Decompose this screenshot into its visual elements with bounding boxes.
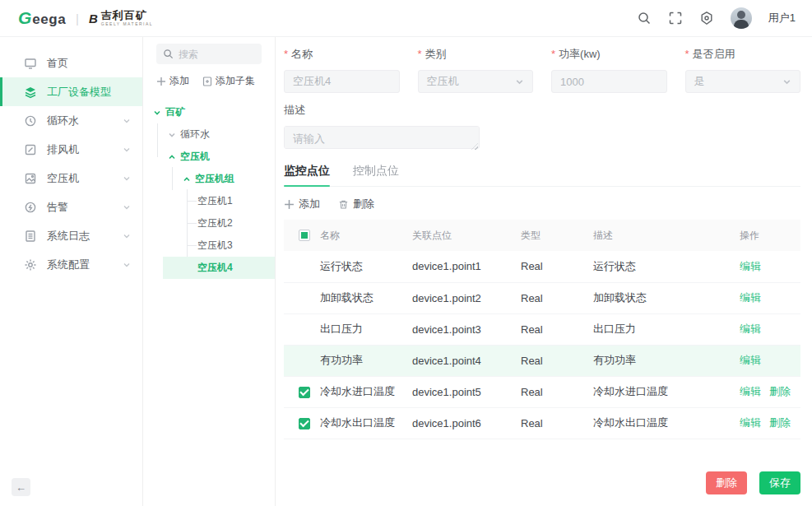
sidebar-item-label: 告警 [47, 200, 68, 215]
sidebar-item-air-compressor[interactable]: 空压机 [0, 164, 142, 193]
row-checkbox[interactable] [299, 387, 310, 398]
delete-link[interactable]: 删除 [769, 416, 791, 429]
sidebar-item-alarm[interactable]: 告警 [0, 193, 142, 221]
brand-subtitle: GEELY MATERIAL [101, 22, 153, 26]
points-table: 名称 关联点位 类型 描述 操作 运行状态 device1.point1 Rea… [284, 220, 800, 439]
table-delete-button[interactable]: 删除 [338, 197, 374, 211]
cell-desc: 冷却水进口温度 [592, 376, 738, 407]
tab-monitor-points[interactable]: 监控点位 [284, 164, 330, 186]
tree-node-circulating-water[interactable]: 循环水 [143, 123, 275, 146]
tree-node-air-compressor-group[interactable]: 空压机组 [143, 168, 275, 190]
select-all-checkbox[interactable] [299, 230, 310, 241]
description-field[interactable] [284, 126, 480, 149]
chevron-up-icon[interactable] [183, 175, 191, 183]
chevron-down-icon [123, 117, 131, 125]
sidebar-item-system-config[interactable]: 系统配置 [0, 250, 142, 279]
logo-divider: | [76, 12, 79, 26]
geega-logo-g: G [18, 8, 31, 28]
cell-name: 有功功率 [318, 345, 411, 376]
user-avatar[interactable] [731, 7, 752, 29]
name-field[interactable] [293, 76, 391, 88]
search-icon [163, 49, 174, 59]
sidebar-collapse-button[interactable]: ← [12, 478, 30, 496]
enabled-select[interactable]: 是 [685, 70, 801, 93]
cell-point: device1.point4 [411, 345, 519, 376]
chevron-up-icon[interactable] [168, 153, 176, 161]
file-plus-icon [202, 77, 212, 86]
row-checkbox[interactable] [299, 418, 310, 429]
sidebar-item-label: 工厂设备模型 [47, 85, 111, 100]
chevron-down-icon [515, 77, 524, 86]
brand-name: 吉利百矿 [101, 10, 153, 21]
table-row: 冷却水进口温度 device1.point5 Real 冷却水进口温度 编辑删除 [284, 376, 800, 407]
tree-node-compressor-1[interactable]: 空压机1 [143, 190, 275, 212]
tree-node-air-compressor[interactable]: 空压机 [143, 146, 275, 168]
tree-add-button[interactable]: 添加 [156, 74, 189, 88]
cell-type: Real [519, 407, 592, 439]
tree-node-compressor-4[interactable]: 空压机4 [163, 257, 275, 279]
exhaust-fan-icon [24, 143, 37, 156]
model-layers-icon [24, 86, 37, 99]
category-select[interactable]: 空压机 [418, 70, 534, 93]
cell-type: Real [519, 282, 592, 313]
edit-link[interactable]: 编辑 [740, 291, 761, 304]
tree-node-compressor-2[interactable]: 空压机2 [143, 212, 275, 234]
alarm-icon [24, 201, 37, 214]
column-header: 名称 [318, 220, 411, 251]
settings-icon[interactable] [699, 11, 714, 26]
delete-link[interactable]: 删除 [769, 385, 791, 397]
edit-link[interactable]: 编辑 [740, 354, 761, 366]
chevron-down-icon[interactable] [153, 109, 161, 117]
edit-link[interactable]: 编辑 [740, 416, 761, 429]
form-field-power: *功率(kw) [551, 47, 667, 93]
collapse-arrow-icon: ← [16, 481, 26, 494]
tree-node-compressor-3[interactable]: 空压机3 [143, 234, 275, 257]
plus-icon [156, 77, 166, 86]
table-row: 出口压力 device1.point3 Real 出口压力 编辑 [284, 313, 800, 345]
app-header: Geega | B 吉利百矿 GEELY MATERIAL 用户1 [0, 0, 812, 37]
table-row: 有功功率 device1.point4 Real 有功功率 编辑 [284, 345, 800, 376]
delete-button[interactable]: 删除 [706, 471, 747, 494]
sidebar-item-exhaust-fan[interactable]: 排风机 [0, 135, 142, 164]
sidebar-item-label: 首页 [47, 56, 68, 71]
tree-node-baikuang[interactable]: 百矿 [143, 101, 275, 123]
cell-desc: 冷却水出口温度 [592, 407, 738, 439]
tree-search-input[interactable] [179, 49, 255, 60]
tree-add-subset-button[interactable]: 添加子集 [202, 74, 255, 88]
cell-desc: 出口压力 [592, 313, 738, 345]
field-label: 是否启用 [693, 48, 735, 60]
sidebar-item-label: 排风机 [47, 142, 79, 157]
cell-point: device1.point3 [411, 313, 519, 345]
save-button[interactable]: 保存 [759, 471, 800, 494]
chevron-down-icon [123, 174, 131, 183]
sidebar-item-system-log[interactable]: 系统日志 [0, 221, 142, 250]
sidebar-item-home[interactable]: 首页 [0, 49, 142, 77]
home-icon [24, 57, 37, 70]
column-header: 关联点位 [411, 220, 519, 251]
edit-link[interactable]: 编辑 [740, 385, 761, 397]
power-field[interactable] [560, 76, 658, 88]
chevron-down-icon[interactable] [168, 131, 176, 139]
sidebar-item-circulating-water[interactable]: 循环水 [0, 106, 142, 135]
form-field-enabled: *是否启用 是 [685, 47, 801, 93]
points-tabs: 监控点位 控制点位 [284, 164, 800, 187]
table-add-button[interactable]: 添加 [284, 197, 320, 211]
user-name[interactable]: 用户1 [768, 11, 796, 26]
system-log-icon [24, 230, 37, 243]
edit-link[interactable]: 编辑 [740, 260, 761, 272]
cell-name: 加卸载状态 [318, 282, 411, 313]
tree-search-box[interactable] [156, 44, 262, 64]
column-header: 描述 [592, 220, 738, 251]
cell-name: 运行状态 [318, 251, 411, 282]
search-icon[interactable] [637, 11, 652, 26]
table-header-row: 名称 关联点位 类型 描述 操作 [284, 220, 800, 251]
fullscreen-icon[interactable] [668, 11, 683, 26]
edit-link[interactable]: 编辑 [740, 323, 761, 335]
required-mark: * [551, 48, 555, 60]
tab-control-points[interactable]: 控制点位 [353, 164, 399, 186]
cell-name: 出口压力 [318, 313, 411, 345]
cell-name: 冷却水出口温度 [318, 407, 411, 439]
circulating-water-icon [24, 114, 37, 128]
required-mark: * [284, 48, 288, 60]
sidebar-item-factory-model[interactable]: 工厂设备模型 [0, 77, 142, 106]
